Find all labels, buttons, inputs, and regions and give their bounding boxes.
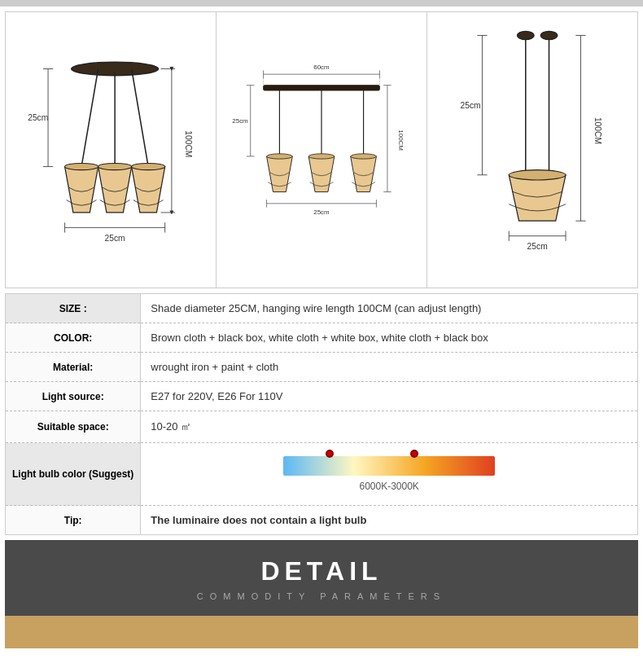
top-bar bbox=[0, 0, 643, 7]
svg-point-7 bbox=[132, 163, 165, 169]
spec-label-space: Suitable space: bbox=[6, 411, 141, 443]
spec-row-material: Material: wrought iron + paint + cloth bbox=[6, 353, 638, 382]
svg-point-23 bbox=[351, 154, 377, 159]
detail-subtitle: COMMODITY PARAMETERS bbox=[5, 591, 638, 601]
diagram-svg-1: 100CM 25cm 25cm bbox=[14, 20, 208, 279]
svg-point-38 bbox=[518, 31, 535, 39]
spec-label-material: Material: bbox=[6, 353, 141, 382]
spec-row-lightsource: Light source: E27 for 220V, E26 For 110V bbox=[6, 382, 638, 411]
dim-width-1: 25cm bbox=[105, 234, 125, 243]
diagram-svg-2: 60cm 100CM 25cm 25cm bbox=[225, 20, 418, 279]
spec-value-tip: The luminaire does not contain a light b… bbox=[141, 506, 638, 535]
detail-title: DETAIL bbox=[5, 556, 638, 586]
svg-line-3 bbox=[132, 68, 149, 166]
svg-line-1 bbox=[81, 68, 98, 166]
svg-point-39 bbox=[540, 31, 558, 39]
dim-height-1: 100CM bbox=[184, 130, 193, 157]
diagram-section: 100CM 25cm 25cm bbox=[5, 11, 638, 288]
diagram-cell-2: 60cm 100CM 25cm 25cm bbox=[217, 12, 427, 288]
svg-rect-17 bbox=[264, 86, 380, 90]
spec-value-space: 10-20 ㎡ bbox=[141, 411, 638, 443]
spec-row-tip: Tip: The luminaire does not contain a li… bbox=[6, 506, 638, 535]
dim-left-1: 25cm bbox=[28, 113, 48, 122]
color-bar-wrap: 6000K-3000K bbox=[151, 451, 628, 497]
dim-height-3: 100CM bbox=[593, 117, 602, 144]
dim-height-2: 100CM bbox=[397, 130, 405, 151]
spec-row-color: COLOR: Brown cloth + black box, white cl… bbox=[6, 323, 638, 353]
spec-value-lightsource: E27 for 220V, E26 For 110V bbox=[141, 382, 638, 411]
detail-section: DETAIL COMMODITY PARAMETERS bbox=[5, 540, 638, 616]
diagram-cell-1: 100CM 25cm 25cm bbox=[6, 12, 217, 288]
spec-label-tip: Tip: bbox=[6, 506, 141, 535]
bottom-bar bbox=[5, 616, 638, 648]
spec-value-color: Brown cloth + black box, white cloth + w… bbox=[141, 323, 638, 353]
svg-point-42 bbox=[509, 170, 566, 180]
svg-point-5 bbox=[65, 163, 98, 169]
dim-top-width-2: 60cm bbox=[313, 64, 330, 71]
spec-row-bulbcolor: Light bulb color (Suggest) 6000K-3000K bbox=[6, 443, 638, 506]
spec-row-size: SIZE : Shade diameter 25CM, hanging wire… bbox=[6, 294, 638, 323]
spec-label-lightsource: Light source: bbox=[6, 382, 141, 411]
diagram-cell-3: 100CM 25cm 25cm bbox=[427, 12, 637, 288]
dim-bottom-3: 25cm bbox=[527, 242, 548, 251]
color-bar-container bbox=[283, 456, 495, 476]
svg-point-6 bbox=[98, 163, 132, 169]
dim-top-3: 25cm bbox=[461, 101, 481, 110]
spec-row-space: Suitable space: 10-20 ㎡ bbox=[6, 411, 638, 443]
specs-table: SIZE : Shade diameter 25CM, hanging wire… bbox=[5, 293, 638, 535]
diagram-svg-3: 100CM 25cm 25cm bbox=[435, 20, 629, 279]
spec-value-material: wrought iron + paint + cloth bbox=[141, 353, 638, 382]
color-gradient-bar bbox=[283, 456, 495, 476]
spec-label-color: COLOR: bbox=[6, 323, 141, 353]
svg-point-21 bbox=[267, 154, 293, 159]
gradient-label: 6000K-3000K bbox=[359, 481, 418, 492]
spec-label-bulbcolor: Light bulb color (Suggest) bbox=[6, 443, 141, 506]
svg-point-22 bbox=[308, 154, 335, 159]
dim-bottom-2: 25cm bbox=[313, 209, 330, 216]
spec-value-size: Shade diameter 25CM, hanging wire length… bbox=[141, 294, 638, 323]
dim-left-h-2: 25cm bbox=[232, 117, 248, 125]
spec-value-bulbcolor: 6000K-3000K bbox=[141, 443, 638, 506]
spec-label-size: SIZE : bbox=[6, 294, 141, 323]
